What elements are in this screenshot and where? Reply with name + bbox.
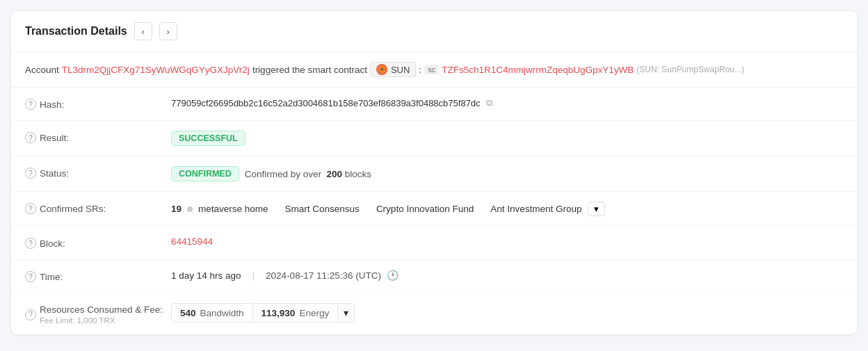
sun-badge: ☀ SUN [370, 62, 416, 77]
hash-row: ? Hash: 779059cf26695dbb2c16c52a2d300468… [11, 88, 857, 121]
status-value-col: CONFIRMED Confirmed by over 200 blocks [171, 166, 843, 181]
colon-separator: : [419, 65, 421, 75]
confirmed-srs-value-col: 19 metaverse home Smart Consensus Crypto… [171, 202, 843, 216]
status-label-col: ? Status: [25, 166, 171, 179]
copy-icon[interactable]: ⧉ [486, 97, 492, 108]
block-value-col: 64415944 [171, 236, 843, 247]
chevron-down-icon-resources: ▾ [344, 308, 348, 318]
sr-dot-0 [187, 206, 193, 212]
time-utc: 2024-08-17 11:25:36 (UTC) [266, 270, 381, 281]
result-help-icon[interactable]: ? [25, 132, 36, 143]
resources-label-value-col: Resources Consumed & Fee: Fee Limit: 1,0… [40, 304, 163, 325]
time-help-icon[interactable]: ? [25, 271, 36, 282]
resources-value-col: 540 Bandwidth 113,930 Energy ▾ [171, 303, 843, 323]
energy-label: Energy [299, 308, 329, 318]
trigger-text-label: triggered the smart contract [252, 65, 367, 75]
confirmed-srs-count: 19 [171, 204, 182, 214]
confirmed-srs-label-col: ? Confirmed SRs: [25, 202, 171, 214]
resources-label-col: ? Resources Consumed & Fee: Fee Limit: 1… [25, 303, 171, 325]
bandwidth-item: 540 Bandwidth [172, 304, 252, 322]
result-label-col: ? Result: [25, 131, 171, 143]
result-value-col: SUCCESSFUL [171, 131, 843, 146]
sr-item-1: Smart Consensus [285, 204, 360, 214]
block-label-col: ? Block: [25, 236, 171, 249]
sun-label: SUN [391, 65, 410, 75]
time-row: ? Time: 1 day 14 hrs ago | 2024-08-17 11… [11, 260, 857, 293]
result-row: ? Result: SUCCESSFUL [11, 121, 857, 156]
status-label: Status: [40, 168, 69, 179]
fee-limit-note: Fee Limit: 1,000 TRX [40, 316, 163, 325]
time-value-col: 1 day 14 hrs ago | 2024-08-17 11:25:36 (… [171, 270, 843, 281]
hash-value: 779059cf26695dbb2c16c52a2d3004681b158e70… [171, 98, 481, 108]
page-title: Transaction Details [25, 25, 127, 38]
blocks-count: 200 [327, 169, 343, 179]
bandwidth-value: 540 [180, 308, 196, 318]
status-row: ? Status: CONFIRMED Confirmed by over 20… [11, 156, 857, 192]
clock-icon: 🕐 [387, 270, 399, 281]
hash-label: Hash: [40, 99, 64, 110]
block-row: ? Block: 64415944 [11, 227, 857, 260]
sun-icon: ☀ [376, 64, 387, 75]
status-confirmed-text: Confirmed by over 200 blocks [245, 169, 371, 179]
confirmed-srs-row: ? Confirmed SRs: 19 metaverse home Smart… [11, 192, 857, 227]
energy-value: 113,930 [262, 308, 296, 318]
time-label: Time: [40, 272, 63, 282]
resources-expand-button[interactable]: ▾ [337, 304, 354, 322]
bandwidth-label: Bandwidth [200, 308, 244, 318]
status-help-icon[interactable]: ? [25, 168, 36, 179]
energy-item: 113,930 Energy [252, 304, 338, 322]
block-help-icon[interactable]: ? [25, 238, 36, 249]
contract-address-link[interactable]: TZFs5ch1R1C4mmjwrrmZqeqbUgGpxY1yWB [442, 65, 634, 75]
account-address-link[interactable]: TL3drm2QjjCFXg71SyWuWGqGYyGXJpVr2j [62, 65, 250, 75]
resources-row: ? Resources Consumed & Fee: Fee Limit: 1… [11, 293, 857, 334]
confirmed-srs-label: Confirmed SRs: [40, 204, 106, 214]
time-label-col: ? Time: [25, 270, 171, 282]
resource-box: 540 Bandwidth 113,930 Energy ▾ [171, 303, 355, 323]
time-separator: | [252, 270, 255, 281]
card-header: Transaction Details ‹ › [11, 11, 857, 52]
sr-item-2: Crypto Innovation Fund [376, 204, 474, 214]
hash-label-col: ? Hash: [25, 97, 171, 110]
hash-help-icon[interactable]: ? [25, 99, 36, 110]
confirmed-srs-help-icon[interactable]: ? [25, 203, 36, 214]
hash-value-col: 779059cf26695dbb2c16c52a2d3004681b158e70… [171, 97, 843, 108]
account-prefix-label: Account [25, 65, 59, 75]
sr-expand-button[interactable]: ▾ [588, 202, 605, 216]
result-badge: SUCCESSFUL [171, 131, 246, 146]
chevron-down-icon: ▾ [594, 204, 599, 214]
result-label: Result: [40, 133, 69, 143]
resources-help-icon[interactable]: ? [25, 309, 36, 320]
sr-item-0: metaverse home [198, 204, 268, 214]
sc-badge: sc [424, 65, 439, 74]
time-relative: 1 day 14 hrs ago [171, 270, 241, 281]
next-button[interactable]: › [159, 22, 177, 40]
block-label: Block: [40, 238, 65, 249]
block-value-link[interactable]: 64415944 [171, 236, 213, 247]
prev-button[interactable]: ‹ [134, 22, 152, 40]
status-confirmed-badge: CONFIRMED [171, 166, 239, 181]
account-row: Account TL3drm2QjjCFXg71SyWuWGqGYyGXJpVr… [11, 52, 857, 88]
resources-label: Resources Consumed & Fee: [40, 304, 163, 315]
contract-name-label: (SUN: SunPumpSwapRou...) [636, 65, 744, 74]
sr-item-3: Ant Investment Group [490, 204, 581, 214]
transaction-details-card: Transaction Details ‹ › Account TL3drm2Q… [11, 11, 857, 334]
